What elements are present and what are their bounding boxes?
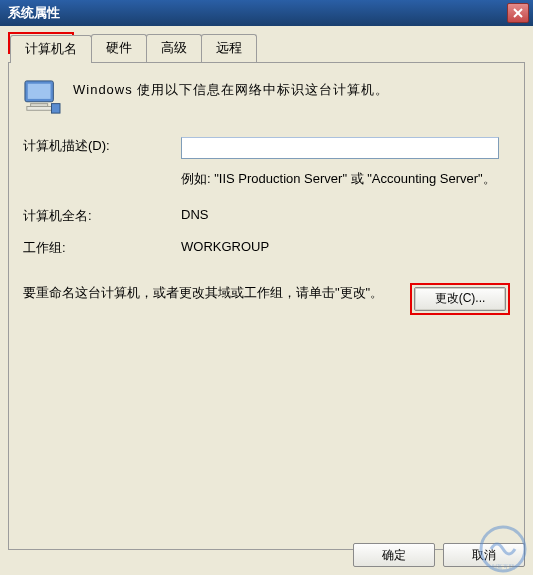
tab-computer-name[interactable]: 计算机名	[10, 35, 92, 63]
description-label: 计算机描述(D):	[23, 137, 181, 155]
tab-hardware[interactable]: 硬件	[91, 34, 147, 62]
workgroup-row: 工作组: WORKGROUP	[23, 239, 510, 257]
description-row: 计算机描述(D):	[23, 137, 510, 159]
tab-remote[interactable]: 远程	[201, 34, 257, 62]
tabs-row: 计算机名 硬件 高级 远程	[10, 26, 533, 62]
computer-icon	[23, 79, 61, 115]
titlebar: 系统属性	[0, 0, 533, 26]
ok-button[interactable]: 确定	[353, 543, 435, 567]
workgroup-value: WORKGROUP	[181, 239, 510, 257]
fullname-label: 计算机全名:	[23, 207, 181, 225]
change-button-highlight-annotation: 更改(C)...	[410, 283, 510, 315]
rename-text: 要重命名这台计算机，或者更改其域或工作组，请单击"更改"。	[23, 283, 410, 304]
dialog-button-row: 确定 取消	[353, 543, 525, 567]
svg-rect-3	[28, 84, 51, 99]
fullname-row: 计算机全名: DNS	[23, 207, 510, 225]
tab-panel-computer-name: Windows 使用以下信息在网络中标识这台计算机。 计算机描述(D): 例如:…	[8, 62, 525, 550]
close-button[interactable]	[507, 3, 529, 23]
tab-advanced[interactable]: 高级	[146, 34, 202, 62]
description-input[interactable]	[181, 137, 499, 159]
workgroup-label: 工作组:	[23, 239, 181, 257]
svg-rect-6	[51, 104, 60, 113]
close-icon	[513, 8, 523, 18]
intro-text: Windows 使用以下信息在网络中标识这台计算机。	[73, 79, 389, 99]
rename-section: 要重命名这台计算机，或者更改其域或工作组，请单击"更改"。 更改(C)...	[23, 283, 510, 315]
window-body: 计算机名 硬件 高级 远程 Windows 使用以下信息在网络中标识这台计算机。…	[0, 26, 533, 575]
svg-rect-5	[27, 106, 52, 110]
change-button[interactable]: 更改(C)...	[414, 287, 506, 311]
intro-row: Windows 使用以下信息在网络中标识这台计算机。	[23, 79, 510, 115]
description-example: 例如: "IIS Production Server" 或 "Accountin…	[181, 169, 510, 189]
window-title: 系统属性	[8, 4, 60, 22]
cancel-button[interactable]: 取消	[443, 543, 525, 567]
fullname-value: DNS	[181, 207, 510, 225]
